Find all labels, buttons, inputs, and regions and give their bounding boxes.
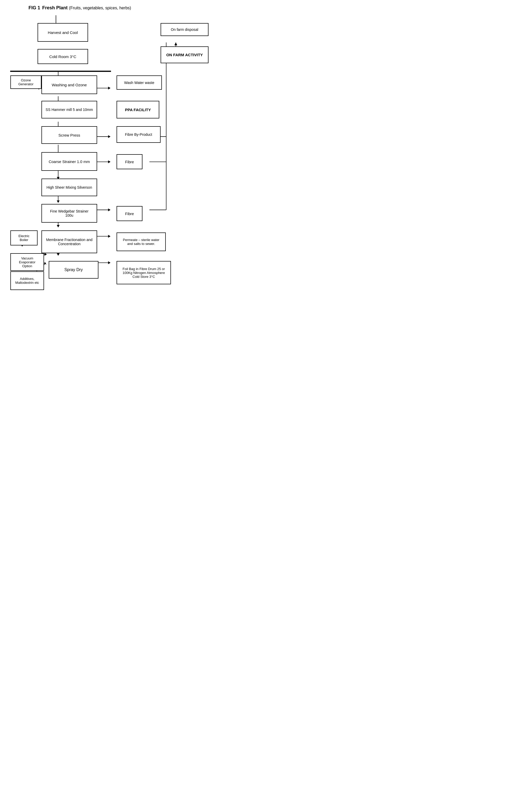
cold-room-box: Cold Room 3°C bbox=[38, 49, 88, 64]
svg-marker-10 bbox=[108, 87, 110, 89]
ozone-generator-box: Ozone Generator bbox=[11, 75, 41, 89]
spray-dry-box: Spray Dry bbox=[49, 261, 98, 279]
washing-ozone-box: Washing and Ozone bbox=[41, 75, 97, 94]
fibre-byproduct-box: Fibre By-Product bbox=[117, 126, 160, 143]
svg-marker-24 bbox=[57, 201, 60, 203]
svg-marker-32 bbox=[57, 253, 60, 256]
main-title: Fresh Plant (Fruits, vegetables, spices,… bbox=[42, 5, 131, 11]
svg-marker-16 bbox=[108, 135, 110, 138]
fig-label: FIG 1 bbox=[28, 5, 40, 11]
hammer-mill-box: SS Hammer mill 5 and 10mm bbox=[41, 101, 97, 118]
svg-marker-36 bbox=[44, 253, 47, 256]
svg-marker-30 bbox=[108, 235, 110, 238]
fibre1-box: Fibre bbox=[117, 154, 142, 169]
screw-press-box: Screw Press bbox=[41, 126, 97, 144]
coarse-strainer-box: Coarse Strainer 1.0 mm bbox=[41, 152, 97, 171]
svg-marker-43 bbox=[174, 42, 177, 45]
page-title: FIG 1 Fresh Plant (Fruits, vegetables, s… bbox=[28, 5, 205, 11]
wash-water-box: Wash Water waste bbox=[117, 75, 162, 90]
fibre2-box: Fibre bbox=[117, 206, 142, 221]
on-farm-disposal-box: On farm disposal bbox=[160, 23, 209, 36]
svg-marker-20 bbox=[108, 161, 110, 163]
foil-bag-box: Foil Bag in Fibre Drum 25 or 100Kg Nitro… bbox=[117, 261, 171, 284]
svg-marker-40 bbox=[108, 261, 110, 264]
on-farm-activity-box: ON FARM ACTIVITY bbox=[160, 47, 209, 63]
svg-marker-38 bbox=[44, 262, 46, 264]
additives-box: Additives, Maltodextrin etc bbox=[11, 271, 44, 290]
svg-marker-26 bbox=[108, 208, 110, 211]
high-sheer-box: High Sheer Mixing Silverson bbox=[41, 179, 97, 196]
ppa-facility-box: PPA FACILITY bbox=[117, 101, 159, 118]
vacuum-evaporator-box: Vacuum Evaporator Option bbox=[11, 253, 44, 271]
membrane-box: Membrane Fractionation and Concentration bbox=[41, 231, 97, 253]
permeate-box: Permeate – sterile water and salts to se… bbox=[117, 233, 166, 251]
harvest-cool-box: Harvest and Cool bbox=[38, 23, 88, 42]
svg-marker-28 bbox=[57, 225, 60, 227]
electric-boiler-box: Electric Boiler bbox=[11, 231, 38, 245]
fine-wedgebar-box: Fine Wedgebar Strainer 100u bbox=[41, 204, 97, 223]
